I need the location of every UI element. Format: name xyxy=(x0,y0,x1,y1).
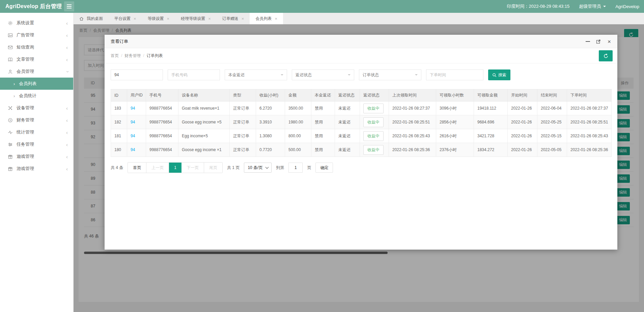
gear-icon xyxy=(7,20,13,26)
maximize-button[interactable] xyxy=(596,39,601,44)
tab-desktop[interactable]: 我的桌面 xyxy=(74,13,109,24)
per-page-select[interactable]: 10 条/页 xyxy=(244,163,272,173)
caret-down-icon xyxy=(415,74,418,77)
modal-controls: × xyxy=(585,35,612,48)
order-status-select[interactable]: 订单状态 xyxy=(359,69,421,80)
tab-close-icon[interactable]: × xyxy=(167,16,170,21)
image-icon xyxy=(7,32,13,38)
tab-manager-level-settings[interactable]: 经理等级设置 × xyxy=(175,13,217,24)
gift-icon xyxy=(7,154,13,159)
sidebar-item-member-management[interactable]: 会员管理 ‹ xyxy=(0,65,73,78)
admin-role-dropdown[interactable]: 超级管理员 xyxy=(579,3,606,9)
prev-page-button[interactable]: 上一页 xyxy=(146,163,169,173)
sidebar-toggle-button[interactable] xyxy=(64,1,74,11)
sidebar-item-statistics-management[interactable]: 统计管理 ‹ xyxy=(0,126,73,138)
user-id-link[interactable]: 94 xyxy=(131,134,135,138)
chevron-left-icon: ‹ xyxy=(66,57,68,62)
sidebar-item-member-stats[interactable]: › 会员统计 xyxy=(0,90,73,102)
cell-last-claim: 2022-01-26 08:25:43 xyxy=(389,129,436,143)
tab-member-list[interactable]: 会员列表 × xyxy=(250,13,283,24)
sliders-icon xyxy=(7,142,13,147)
col-claimable-hours: 可领取小时数 xyxy=(436,89,474,102)
cell-device: Goose egg income ×5 xyxy=(178,115,230,129)
goto-label-suffix: 页 xyxy=(307,165,311,171)
user-id-link[interactable]: 94 xyxy=(131,106,135,111)
status-button[interactable]: 收益中 xyxy=(363,131,384,141)
cell-claimable-amount: 19418.112 xyxy=(474,102,508,115)
cell-amount: 500.00 xyxy=(285,143,311,157)
mail-icon xyxy=(7,45,13,50)
cell-device: Goat milk revenue×1 xyxy=(178,102,230,115)
tab-platform-settings[interactable]: 平台设置 × xyxy=(109,13,142,24)
first-page-button[interactable]: 首页 xyxy=(128,163,146,173)
refresh-button[interactable] xyxy=(599,50,613,61)
cell-order-time: 2022-01-26 08:25:36 xyxy=(567,143,612,157)
book-icon xyxy=(7,57,13,62)
sidebar-item-finance-management[interactable]: S 财务管理 ‹ xyxy=(0,114,73,126)
cell-amount: 800.00 xyxy=(285,129,311,143)
principal-return-select[interactable]: 本金返还 xyxy=(225,69,287,80)
cell-order-time: 2022-01-26 08:25:51 xyxy=(567,115,612,129)
order-row: 180 94 9988776654 Goose egg income ×1 正常… xyxy=(111,143,612,157)
cell-amount: 1980.00 xyxy=(285,115,311,129)
minimize-button[interactable] xyxy=(585,39,590,44)
last-page-button[interactable]: 尾页 xyxy=(204,163,222,173)
screen: AgriDevelop 后台管理 印度时间：2022-08-29 08:43:1… xyxy=(0,0,644,312)
modal-body: 首页/财务管理/订单列表 本金返还 返还状态 订单状态 xyxy=(105,48,617,173)
cell-claimable-hours: 3096小时 xyxy=(436,102,474,115)
brand-title: AgriDevelop 后台管理 xyxy=(5,0,62,13)
col-return-status-2: 返还状态 xyxy=(360,89,389,102)
close-button[interactable]: × xyxy=(607,39,612,44)
cell-order-time: 2022-01-26 08:25:43 xyxy=(567,129,612,143)
sidebar-item-device-management[interactable]: 设备管理 ‹ xyxy=(0,102,73,114)
return-status-select[interactable]: 返还状态 xyxy=(292,69,354,80)
user-id-link[interactable]: 94 xyxy=(131,147,135,152)
sidebar-item-game-management-1[interactable]: 遊戏管理 ‹ xyxy=(0,150,73,163)
goto-label-prefix: 到第 xyxy=(276,165,284,171)
tab-level-settings[interactable]: 等级设置 × xyxy=(142,13,175,24)
tab-close-icon[interactable]: × xyxy=(275,16,277,21)
sidebar-item-sms-query[interactable]: 短信查询 ‹ xyxy=(0,41,73,53)
chevron-left-icon: ‹ xyxy=(66,45,68,50)
sidebar-item-game-management-2[interactable]: 游戏管理 ‹ xyxy=(0,163,73,175)
tab-bar: 我的桌面 平台设置 × 等级设置 × 经理等级设置 × 订单赠送 × 会员列表 … xyxy=(74,13,644,24)
phone-input[interactable] xyxy=(168,69,220,80)
col-last-claim: 上次领取时间 xyxy=(389,89,436,102)
sidebar-item-member-list[interactable]: › 会员列表 xyxy=(0,78,73,90)
status-button[interactable]: 收益中 xyxy=(363,104,384,113)
sidebar-item-ads-management[interactable]: 广告管理 ‹ xyxy=(0,29,73,41)
chevron-left-icon: ‹ xyxy=(66,130,68,135)
breadcrumb-finance[interactable]: 财务管理 xyxy=(124,53,141,58)
cell-claimable-hours: 2376小时 xyxy=(436,143,474,157)
chevron-right-icon: › xyxy=(13,93,15,98)
order-time-input[interactable] xyxy=(426,69,483,80)
coin-icon: S xyxy=(7,117,13,123)
next-page-button[interactable]: 下一页 xyxy=(181,163,204,173)
chevron-right-icon: › xyxy=(13,81,15,86)
breadcrumb-home[interactable]: 首页 xyxy=(111,53,119,58)
cell-income: 6.2720 xyxy=(256,102,285,115)
tab-close-icon[interactable]: × xyxy=(134,16,136,21)
confirm-button[interactable]: 确定 xyxy=(315,163,333,173)
cell-id: 181 xyxy=(111,129,127,143)
cell-return-status: 未返还 xyxy=(335,129,360,143)
sidebar-item-system-settings[interactable]: 系统设置 ‹ xyxy=(0,17,73,29)
tab-close-icon[interactable]: × xyxy=(242,16,244,21)
cell-principal: 禁用 xyxy=(311,143,335,157)
pulse-icon xyxy=(7,130,13,135)
current-page[interactable]: 1 xyxy=(169,163,181,173)
tab-order-gift[interactable]: 订单赠送 × xyxy=(217,13,250,24)
tab-close-icon[interactable]: × xyxy=(208,16,211,21)
status-button[interactable]: 收益中 xyxy=(363,145,384,155)
caret-down-icon xyxy=(603,6,606,8)
sidebar-item-task-management[interactable]: 任务管理 ‹ xyxy=(0,138,73,150)
status-button[interactable]: 收益中 xyxy=(363,117,384,127)
user-id-input[interactable] xyxy=(111,69,163,80)
search-button[interactable]: 搜索 xyxy=(488,69,510,80)
goto-page-input[interactable] xyxy=(288,163,303,173)
user-icon xyxy=(7,69,13,74)
topbar: AgriDevelop 后台管理 印度时间：2022-08-29 08:43:1… xyxy=(0,0,644,13)
cell-claimable-amount: 1834.272 xyxy=(474,143,508,157)
user-id-link[interactable]: 94 xyxy=(131,120,135,124)
sidebar-item-article-management[interactable]: 文章管理 ‹ xyxy=(0,53,73,65)
